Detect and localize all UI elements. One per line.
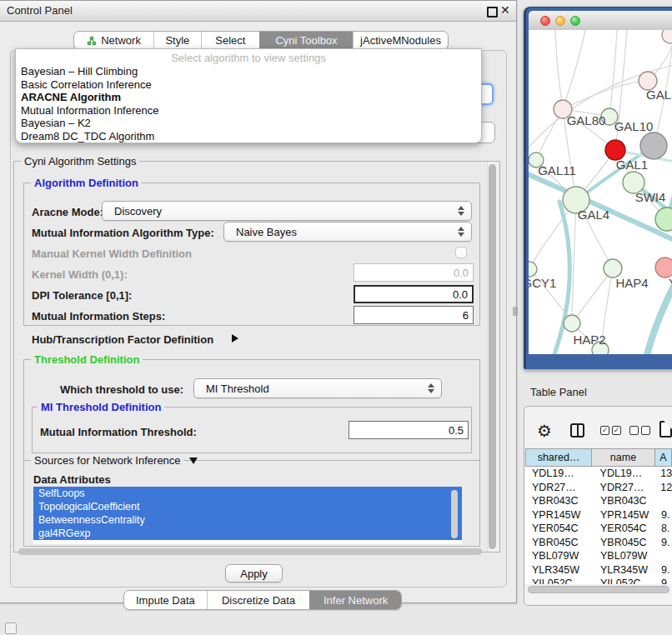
mi-threshold-field[interactable] <box>349 421 469 439</box>
attribute-list-item[interactable]: TopologicalCoefficient <box>33 500 462 513</box>
attribute-list-item[interactable]: SelfLoops <box>33 487 462 500</box>
algorithm-option[interactable]: ARACNE Algorithm <box>19 91 478 104</box>
node-label: GAL <box>646 88 671 102</box>
kernel-width-field[interactable] <box>354 263 474 282</box>
table-row[interactable]: YPR145WYPR145W9. <box>525 508 672 522</box>
tab-impute-data[interactable]: Impute Data <box>124 591 207 609</box>
table-row[interactable]: YDR27…YDR27…12 <box>525 481 672 495</box>
mi-algorithm-type-combo[interactable]: Naive Bayes <box>223 222 472 242</box>
network-node-hap2[interactable] <box>564 315 580 332</box>
tab-cyni-toolbox[interactable]: Cyni Toolbox <box>259 32 353 49</box>
tab-jactivemnodules[interactable]: jActiveMNodules <box>353 32 448 49</box>
algorithm-option[interactable]: Mutual Information Inference <box>19 104 478 118</box>
table-row[interactable]: YBL079WYBL079W <box>525 549 672 563</box>
table-cell: YBR045C <box>525 537 592 548</box>
tab-jactivemnodules-label: jActiveMNodules <box>360 34 441 47</box>
column-header-name[interactable]: name <box>592 448 655 467</box>
table-cell: 13 <box>654 468 672 479</box>
stepper-icon <box>454 206 468 216</box>
network-canvas-svg: GALGAL80GAL10GAL1GAL11GAL4SWI4GCY1HAP4YH… <box>529 30 672 354</box>
table-cell: YIL052C <box>525 578 592 584</box>
minimized-panel-button[interactable] <box>5 622 17 634</box>
table-cell: 12 <box>654 482 672 493</box>
minimize-traffic-light[interactable] <box>555 16 565 26</box>
stepper-icon <box>454 227 468 237</box>
tab-discretize-data[interactable]: Discretize Data <box>207 591 310 609</box>
table-cell: YDR27… <box>525 482 592 493</box>
columns-icon[interactable] <box>570 423 584 438</box>
table-row[interactable]: YBR043CYBR043C <box>525 494 672 508</box>
network-node[interactable] <box>662 30 672 43</box>
network-node-hap4[interactable] <box>604 259 622 278</box>
node-label: Y <box>669 276 672 290</box>
float-window-icon[interactable] <box>487 7 498 18</box>
apply-button[interactable]: Apply <box>225 564 283 582</box>
algorithm-option[interactable]: Basic Correlation Inference <box>19 78 478 92</box>
threshold-definition-title: Threshold Definition <box>31 353 143 366</box>
tab-select[interactable]: Select <box>201 32 259 49</box>
tab-style[interactable]: Style <box>153 32 201 49</box>
table-cell: YPR145W <box>525 509 592 521</box>
network-window-titlebar[interactable] <box>529 11 672 31</box>
split-pane-handle[interactable] <box>513 307 518 316</box>
table-row[interactable]: YDL19…YDL19…13 <box>525 467 672 481</box>
checkbox-checked-icon[interactable]: ✓ <box>600 426 609 435</box>
zoom-traffic-light[interactable] <box>570 16 580 26</box>
algorithm-option[interactable]: Bayesian – K2 <box>19 117 478 130</box>
algorithm-option[interactable]: Dream8 DC_TDC Algorithm <box>19 130 478 143</box>
control-panel-window: Control Panel ✕ Network Style Select Cyn… <box>0 0 517 603</box>
tab-infer-network[interactable]: Infer Network <box>309 591 401 609</box>
settings-vscrollbar-thumb[interactable] <box>489 164 496 549</box>
mi-steps-field[interactable] <box>354 306 474 324</box>
attribute-list-item[interactable]: BetweennessCentrality <box>33 513 462 527</box>
node-label: GAL80 <box>567 113 606 128</box>
network-canvas[interactable]: GALGAL80GAL10GAL1GAL11GAL4SWI4GCY1HAP4YH… <box>529 30 672 354</box>
algorithm-dropdown-overlay: Select algorithm to view settings Bayesi… <box>15 48 482 143</box>
expand-right-icon[interactable] <box>232 334 238 342</box>
column-header-partial[interactable]: A <box>655 448 672 467</box>
table-cell: YBR043C <box>592 495 655 507</box>
gear-icon[interactable]: ⚙ <box>537 421 552 441</box>
attribute-list-item[interactable]: gal4RGexp <box>33 527 462 540</box>
manual-kernel-width-checkbox[interactable] <box>455 247 467 258</box>
hub-expander-label: Hub/Transcription Factor Definition <box>32 333 213 346</box>
network-node-gcy1[interactable] <box>529 262 537 277</box>
tab-network[interactable]: Network <box>74 32 153 49</box>
checkbox-checked-icon[interactable]: ✓ <box>612 426 621 435</box>
node-label: HAP2 <box>573 332 605 347</box>
table-row[interactable]: YIL052CYIL052C9 <box>525 577 672 584</box>
network-node[interactable] <box>640 132 667 159</box>
table-cell: YDR27… <box>592 482 655 493</box>
node-label: GCY1 <box>529 276 556 290</box>
table-cell: 9. <box>655 537 669 548</box>
table-row[interactable]: YLR345WYLR345W9. <box>525 563 672 578</box>
checkbox-unchecked-icon[interactable] <box>629 426 639 435</box>
close-icon[interactable]: ✕ <box>500 3 510 17</box>
tab-network-label: Network <box>101 34 141 47</box>
document-icon[interactable] <box>659 421 672 438</box>
node-label: GAL1 <box>616 158 648 172</box>
close-traffic-light[interactable] <box>540 16 550 26</box>
network-node-swi4[interactable] <box>655 208 672 231</box>
control-panel-titlebar[interactable]: Control Panel ✕ <box>0 1 516 22</box>
attributes-list-scrollbar[interactable] <box>451 490 458 538</box>
data-attributes-list[interactable]: SelfLoopsTopologicalCoefficientBetweenne… <box>33 487 462 544</box>
network-node-y[interactable] <box>655 258 672 278</box>
checkbox-unchecked-icon[interactable] <box>641 426 650 435</box>
aracne-mode-combo[interactable]: Discovery <box>102 201 472 221</box>
column-header-shared[interactable]: shared… <box>525 448 592 467</box>
table-body[interactable]: YDL19…YDL19…13YDR27…YDR27…12YBR043CYBR04… <box>525 467 672 584</box>
algorithm-option[interactable]: Bayesian – Hill Climbing <box>19 65 478 78</box>
algorithm-dropdown-placeholder: Select algorithm to view settings <box>16 52 481 64</box>
node-label: GAL11 <box>538 163 576 178</box>
collapse-down-icon[interactable] <box>189 458 198 464</box>
node-label: GAL4 <box>578 208 609 222</box>
settings-hscrollbar-thumb[interactable] <box>18 548 482 555</box>
dpi-tolerance-field[interactable] <box>354 285 474 303</box>
mi-threshold-label: Mutual Information Threshold: <box>40 426 197 438</box>
which-threshold-combo[interactable]: MI Threshold <box>193 378 442 398</box>
table-row[interactable]: YER054CYER054C8. <box>525 522 672 536</box>
table-row[interactable]: YBR045CYBR045C9. <box>525 536 672 550</box>
mi-algorithm-type-label: Mutual Information Algorithm Type: <box>32 227 214 239</box>
table-hscrollbar-thumb[interactable] <box>528 586 669 593</box>
